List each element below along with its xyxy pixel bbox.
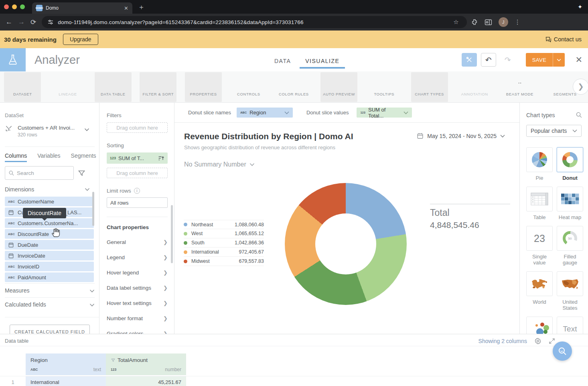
ribbon-filter-sort-button[interactable]: FILTER & SORT [136,72,181,102]
ribbon-controls-button[interactable]: CONTROLS [226,72,271,102]
chart-type-tile[interactable] [557,147,583,172]
forward-button[interactable]: → [18,18,25,26]
column-search[interactable] [5,166,74,180]
chart-type-tile[interactable] [526,187,553,211]
dimension-item-invoicedate[interactable]: InvoiceDate [5,251,94,260]
ribbon-scroll-right-button[interactable]: ❯ [573,79,588,95]
legend-row-west[interactable]: West1,065,655.12 [184,229,264,238]
chart-type-filled-gauge[interactable]: Filled gauge [557,226,583,266]
chart-properties-scrollbar[interactable] [171,205,173,263]
date-range-selector[interactable]: May 15, 2024 - Nov 5, 2025 [417,132,505,139]
ribbon-tooltips-button[interactable]: TOOLTIPS [362,72,407,102]
column-header-region[interactable]: RegionABCtext [26,353,106,375]
donut-chart[interactable] [285,183,407,305]
sort-field-pill[interactable]: 123 SUM of T... [107,152,168,164]
limit-rows-input[interactable]: All rows [107,197,168,208]
profile-avatar[interactable]: J [499,17,508,27]
window-controls[interactable] [4,4,25,9]
chart-type-tile[interactable] [526,317,553,334]
chevron-down-icon[interactable] [84,128,89,131]
expand-icon[interactable] [549,338,555,344]
legend-row-south[interactable]: South1,042,866.36 [184,238,264,248]
dimension-item-invoiceid[interactable]: ABCInvoiceID [5,262,94,271]
ribbon-beast-mode-button[interactable]: BEAST MODE [497,72,543,102]
reload-button[interactable]: ⟳ [30,18,36,26]
search-icon[interactable] [576,112,582,118]
chart-type-tile[interactable]: 23 [526,226,553,251]
column-header-totalamount[interactable]: TotalAmount123number [106,353,186,375]
summary-number-selector[interactable]: No Summary Number [184,161,510,168]
close-window-button[interactable] [4,4,9,9]
chart-property-number-format[interactable]: Number format❯ [107,315,168,322]
tab-variables[interactable]: Variables [37,152,60,162]
chart-type-donut[interactable]: Donut [557,147,583,181]
ribbon-auto-preview-button[interactable]: AUTO PREVIEW [316,72,362,102]
gear-icon[interactable] [534,337,541,345]
chart-property-hover-legend[interactable]: Hover legend❯ [107,269,168,276]
maximize-window-button[interactable] [20,4,25,9]
new-tab-button[interactable]: ＋ [138,2,145,12]
ribbon-data-table-button[interactable]: DATA TABLE [90,72,136,102]
site-settings-icon[interactable] [47,19,54,25]
column-filter-icon[interactable] [78,169,85,177]
bookmark-star-icon[interactable]: ☆ [453,18,458,26]
chart-type-table[interactable]: Table [526,187,553,220]
calculated-fields-header[interactable]: Calculated fields [5,297,95,311]
chart-type-single-value[interactable]: 23Single value [526,226,553,266]
tab-visualize[interactable]: VISUALIZE [305,55,339,64]
undo-button[interactable]: ↶ [481,53,496,67]
close-analyzer-button[interactable]: ✕ [575,55,582,65]
chart-type-world[interactable]: World [526,271,553,311]
chart-type-united-states[interactable]: United States [557,271,583,311]
contact-us-link[interactable]: Contact us [545,36,582,43]
minimize-window-button[interactable] [12,4,17,9]
chart-type-tile[interactable] [526,147,553,172]
chart-type-tile[interactable] [557,226,583,251]
chart-type-heat-map[interactable]: Heat map [557,187,583,220]
dimensions-scrollbar[interactable] [92,192,94,226]
save-dropdown-button[interactable] [553,53,565,67]
ribbon-color-rules-button[interactable]: COLOR RULES [271,72,316,102]
sort-dropzone[interactable]: Drag column here [107,168,168,178]
dimension-item-duedate[interactable]: DueDate [5,240,94,250]
dataset-selector[interactable]: Customers + AR Invoi... 320 rows [5,125,99,138]
measures-header[interactable]: Measures [5,283,95,297]
ribbon-properties-button[interactable]: PROPERTIES [181,72,226,102]
ai-tools-button[interactable] [462,53,477,67]
chart-type-tile[interactable]: Text [557,317,583,334]
filter-dropzone[interactable]: Drag column here [107,122,168,133]
dimension-item-customers-customerna-[interactable]: ABCCustomers.CustomerNa... [5,218,94,228]
side-panel-icon[interactable] [485,19,492,26]
slice-values-pill[interactable]: 123 SUM of Total... [357,108,412,118]
chart-property-general[interactable]: General❯ [107,239,168,246]
info-icon[interactable]: i [134,188,140,194]
chart-type-pie[interactable]: Pie [526,147,553,181]
chart-type-tile[interactable] [557,187,583,211]
assistant-search-button[interactable] [553,341,572,361]
search-input[interactable] [17,170,65,176]
legend-row-international[interactable]: International972,405.67 [184,248,264,257]
chart-property-legend[interactable]: Legend❯ [107,254,168,261]
tab-data[interactable]: DATA [274,55,291,64]
sort-ascending-icon[interactable] [158,155,164,161]
table-row[interactable]: 1International45,251.67 [0,376,588,386]
chart-type-scatter[interactable]: Scatter [526,317,553,334]
tab-segments[interactable]: Segments [71,152,96,162]
dataset-name[interactable]: Customers + AR Invoi... [18,125,75,131]
upgrade-button[interactable]: Upgrade [63,34,98,45]
address-bar[interactable]: domo-1f1949j.domo.com/analyzer?pageId=61… [42,16,467,28]
url-text[interactable]: domo-1f1949j.domo.com/analyzer?pageId=61… [58,19,303,25]
extensions-icon[interactable] [471,18,478,26]
redo-button[interactable]: ↷ [500,53,515,67]
chart-category-dropdown[interactable]: Popular charts [526,125,582,137]
chart-property-hover-text-settings[interactable]: Hover text settings❯ [107,300,168,307]
chart-type-tile[interactable] [526,271,553,296]
save-button[interactable]: SAVE [526,53,553,67]
sparkle-icon[interactable]: ✦ [578,4,582,10]
dimension-item-discountrate[interactable]: ABCDiscountRate [5,229,94,239]
browser-tab[interactable]: DOMO Domo ✕ [32,2,132,14]
chart-title[interactable]: Revenue Distribution by Region | Domo AI [184,132,353,141]
donut-graphic[interactable] [285,183,407,305]
slice-names-pill[interactable]: ABC Region [237,108,293,118]
legend-row-northeast[interactable]: Northeast1,088,060.48 [184,220,264,229]
